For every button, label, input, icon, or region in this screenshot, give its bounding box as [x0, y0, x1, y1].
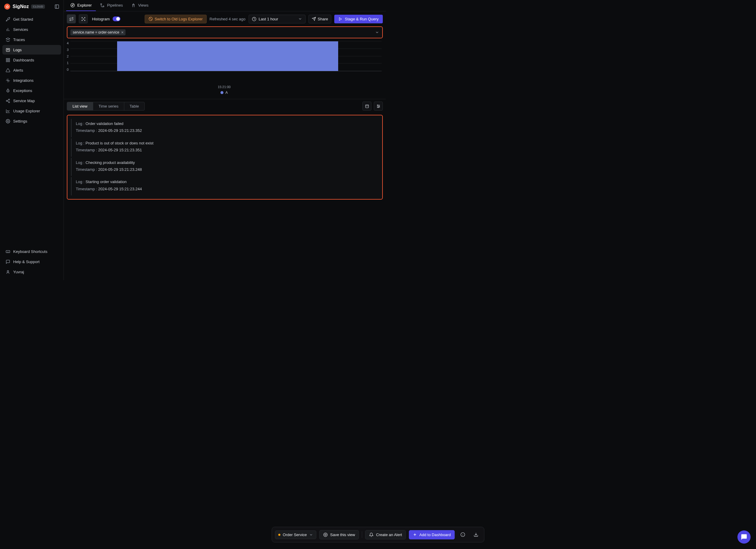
query-input[interactable]: service.name = order-service ✕: [67, 26, 383, 38]
sidebar-item-settings[interactable]: Settings: [2, 116, 61, 126]
play-icon: [338, 17, 342, 21]
sidebar-item-help-support[interactable]: Help & Support: [2, 257, 61, 266]
cloud-badge: CLOUD: [31, 4, 45, 9]
bar-chart-icon: [5, 27, 10, 32]
svg-point-20: [7, 120, 8, 122]
svg-point-45: [378, 107, 379, 108]
chart-bar: [117, 41, 338, 71]
tower-icon: [131, 3, 136, 7]
svg-point-23: [71, 3, 75, 7]
sidebar-item-label: Help & Support: [13, 259, 40, 264]
bug-icon: [5, 88, 10, 93]
filter-chip[interactable]: service.name = order-service ✕: [70, 29, 126, 35]
forbid-icon: [149, 17, 153, 21]
svg-point-25: [101, 4, 102, 5]
message-icon: [5, 259, 10, 264]
view-tab-label: List view: [72, 104, 87, 108]
view-tab-time-series[interactable]: Time series: [93, 102, 124, 110]
refreshed-label: Refreshed 4 sec ago: [210, 17, 246, 21]
y-tick: 3: [67, 48, 69, 52]
close-icon[interactable]: ✕: [121, 31, 124, 34]
run-label: Stage & Run Query: [345, 17, 379, 21]
collapse-sidebar-icon[interactable]: [55, 4, 59, 9]
svg-point-17: [8, 102, 10, 103]
svg-line-18: [7, 101, 8, 102]
y-tick: 2: [67, 55, 69, 58]
sidebar-item-logs[interactable]: Logs: [2, 45, 61, 55]
layers-icon: [5, 37, 10, 42]
y-tick: 1: [67, 61, 69, 65]
time-range-select[interactable]: Last 1 hour: [249, 15, 306, 23]
alert-icon: [5, 68, 10, 72]
svg-rect-21: [6, 250, 10, 252]
view-tab-table[interactable]: Table: [124, 102, 144, 110]
rocket-icon: [5, 17, 10, 22]
y-axis: 43210: [67, 41, 70, 71]
view-tab-label: Table: [130, 104, 139, 108]
sidebar-item-service-map[interactable]: Service Map: [2, 96, 61, 105]
svg-line-33: [149, 18, 152, 20]
log-message-line: Log : Checking product availability: [76, 159, 376, 166]
chart-legend: A: [67, 89, 382, 98]
sidebar-item-usage-explorer[interactable]: Usage Explorer: [2, 106, 61, 116]
sidebar-header: SigNoz CLOUD: [2, 4, 61, 10]
view-tabs: List view Time series Table: [67, 102, 145, 111]
tab-label: Pipelines: [107, 3, 123, 7]
view-tab-list[interactable]: List view: [67, 102, 93, 110]
tab-views[interactable]: Views: [127, 0, 152, 11]
share-icon: [5, 98, 10, 103]
sidebar-item-user[interactable]: Yuvraj: [2, 267, 61, 277]
toolbar: Histogram Switch to Old Logs Explorer Re…: [64, 11, 386, 26]
log-entry[interactable]: Log : Order validation failedTimestamp :…: [71, 119, 379, 137]
view-row: List view Time series Table: [64, 99, 386, 113]
svg-point-15: [8, 99, 10, 100]
sidebar-item-integrations[interactable]: Integrations: [2, 75, 61, 85]
svg-rect-10: [8, 58, 9, 59]
tab-explorer[interactable]: Explorer: [66, 0, 96, 11]
tab-label: Explorer: [77, 3, 92, 7]
svg-rect-14: [7, 89, 9, 92]
compass-icon: [70, 3, 75, 7]
share-button[interactable]: Share: [309, 15, 332, 23]
log-entry[interactable]: Log : Checking product availabilityTimes…: [71, 158, 379, 176]
plug-icon: [5, 78, 10, 83]
sidebar-item-exceptions[interactable]: Exceptions: [2, 86, 61, 95]
log-entry[interactable]: Log : Starting order validationTimestamp…: [71, 177, 379, 195]
chevron-down-icon[interactable]: [375, 30, 379, 34]
log-message-line: Log : Product is out of stock or does no…: [76, 140, 376, 146]
tab-pipelines[interactable]: Pipelines: [96, 0, 127, 11]
sidebar-item-services[interactable]: Services: [2, 25, 61, 34]
chart-icon: [5, 108, 10, 113]
sidebar-item-traces[interactable]: Traces: [2, 35, 61, 44]
sync-button[interactable]: [67, 14, 76, 23]
sidebar-nav: Get Started Services Traces Logs Dashboa…: [2, 14, 61, 246]
sidebar-item-label: Integrations: [13, 78, 34, 83]
sidebar-item-get-started[interactable]: Get Started: [2, 14, 61, 24]
query-builder-button[interactable]: [79, 14, 88, 23]
sidebar-item-label: Traces: [13, 37, 25, 42]
switch-old-explorer-button[interactable]: Switch to Old Logs Explorer: [145, 15, 206, 23]
sidebar-item-alerts[interactable]: Alerts: [2, 65, 61, 75]
svg-point-43: [377, 105, 378, 105]
git-branch-icon: [100, 3, 105, 7]
y-tick: 4: [67, 41, 69, 45]
log-entry[interactable]: Log : Product is out of stock or does no…: [71, 138, 379, 157]
keyboard-icon: [5, 249, 10, 254]
y-tick: 0: [67, 68, 69, 71]
view-tab-label: Time series: [99, 104, 119, 108]
sidebar-item-keyboard-shortcuts[interactable]: Keyboard Shortcuts: [2, 246, 61, 256]
svg-rect-0: [55, 5, 59, 8]
chip-label: service.name = order-service: [73, 30, 119, 34]
settings-sliders-button[interactable]: [374, 102, 383, 111]
switch-label: Switch to Old Logs Explorer: [155, 17, 202, 21]
svg-point-27: [83, 19, 84, 19]
sidebar-item-label: Keyboard Shortcuts: [13, 249, 47, 254]
format-button[interactable]: [362, 102, 371, 111]
sidebar: SigNoz CLOUD Get Started Services Traces…: [0, 0, 64, 280]
run-query-button[interactable]: Stage & Run Query: [334, 15, 383, 23]
svg-point-29: [84, 17, 85, 18]
histogram-toggle[interactable]: [113, 16, 120, 21]
svg-line-19: [7, 100, 8, 100]
sidebar-item-dashboards[interactable]: Dashboards: [2, 55, 61, 65]
svg-marker-24: [72, 4, 73, 6]
